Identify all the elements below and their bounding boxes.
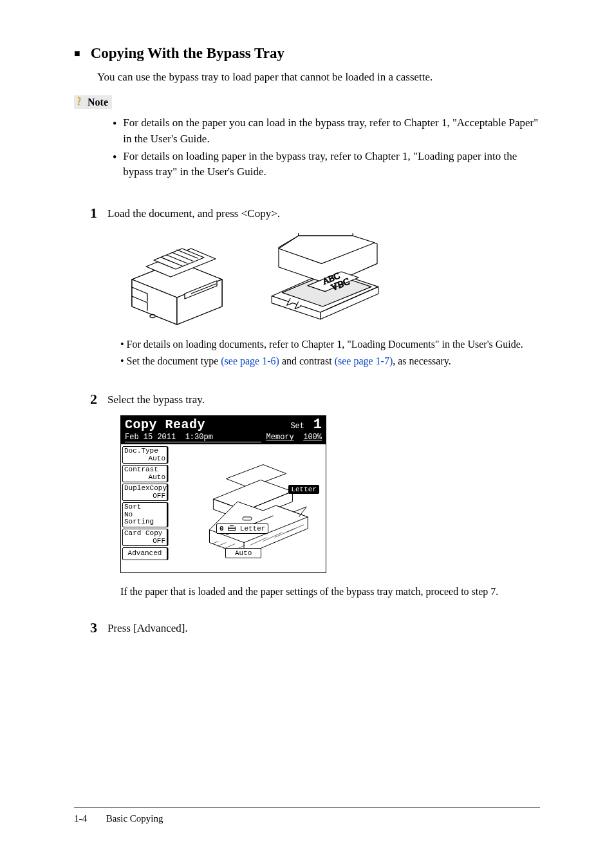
step1-sub1: For details on loading documents, refer … [127,337,523,352]
lcd-tray-letter-text: Letter [240,525,266,533]
lcd-btn-cardcopy-l2: OFF [124,538,165,545]
lcd-set-label: Set [290,422,304,431]
svg-marker-26 [213,480,292,511]
step1-sub2-suffix: , as necessary. [393,355,451,366]
page-number: 1-4 [74,813,87,824]
scanner-illustration: ABC ABC [267,229,383,326]
bullet-icon: • [120,354,124,368]
lcd-btn-doctype[interactable]: Doc.Type Auto [122,446,167,464]
square-bullet-icon: ■ [74,48,80,59]
svg-marker-29 [209,502,308,542]
lcd-btn-advanced[interactable]: Advanced [122,547,167,560]
step-text-3: Press [Advanced]. [107,621,540,637]
lcd-btn-advanced-label: Advanced [128,549,162,557]
note-label-text: Note [88,97,108,108]
lcd-title: Copy Ready [125,418,205,432]
step1-sub2-mid: and contrast [279,355,335,366]
lcd-paper-size-badge: Letter [288,485,319,494]
lcd-btn-duplex-l2: OFF [124,493,165,500]
lcd-date: Feb 15 2011 [125,433,176,442]
step1-sub2: Set the document type (see page 1-6) and… [127,354,451,368]
link-page-1-7[interactable]: (see page 1-7) [335,355,393,366]
footer-divider [74,807,540,807]
lcd-tray-prefix: 0 [219,525,224,533]
lcd-memory-label: Memory [266,433,294,442]
printer-illustration [120,229,236,326]
step-text-1: Load the document, and press <Copy>. [107,206,540,223]
lcd-btn-contrast[interactable]: Contrast Auto [122,465,167,482]
note-item-2: For details on loading paper in the bypa… [123,149,540,180]
footer-section: Basic Copying [106,813,163,824]
step-number-3: 3 [74,619,97,636]
lcd-btn-doctype-l2: Auto [124,455,165,463]
lcd-btn-sort[interactable]: Sort No Sorting [122,502,167,527]
lcd-btn-cardcopy[interactable]: Card Copy OFF [122,529,167,546]
lcd-set-num: 1 [313,417,322,433]
lcd-screenshot: Copy Ready Set 1 Feb 15 2011 1:30pm Memo… [120,415,326,573]
page-footer: 1-4 Basic Copying [74,813,163,824]
intro-text: You can use the bypass tray to load pape… [97,71,540,84]
lcd-btn-duplex[interactable]: DuplexCopy OFF [122,484,167,501]
svg-line-33 [217,543,226,547]
lcd-btn-sort-l2: No Sorting [124,511,165,526]
svg-point-0 [78,104,79,105]
note-icon [75,97,83,108]
lcd-btn-cardcopy-l1: Card Copy [124,530,165,538]
note-label: Note [74,95,112,109]
step-text-2: Select the bypass tray. [107,392,540,409]
svg-point-11 [150,314,155,317]
bullet-icon: • [120,337,124,352]
lcd-btn-doctype-l1: Doc.Type [124,448,165,455]
lcd-time: 1:30pm [185,433,213,442]
step-number-1: 1 [74,205,97,222]
step1-sub2-prefix: Set the document type [127,355,221,366]
lcd-memory-val: 100% [303,433,322,442]
lcd-btn-contrast-l1: Contrast [124,466,165,474]
step2-after-text: If the paper that is loaded and the pape… [120,586,540,598]
step-number-2: 2 [74,391,97,408]
tray-icon [228,525,236,533]
lcd-tray-auto-button[interactable]: Auto [225,548,261,558]
lcd-tray-letter-button[interactable]: 0 Letter [216,524,268,534]
lcd-btn-contrast-l2: Auto [124,474,165,482]
svg-line-32 [212,542,218,544]
note-item-1: For details on the paper you can load in… [123,115,540,147]
link-page-1-6[interactable]: (see page 1-6) [221,355,279,366]
bullet-icon: • [113,115,116,147]
section-title: Copying With the Bypass Tray [91,45,284,62]
bullet-icon: • [113,149,116,180]
